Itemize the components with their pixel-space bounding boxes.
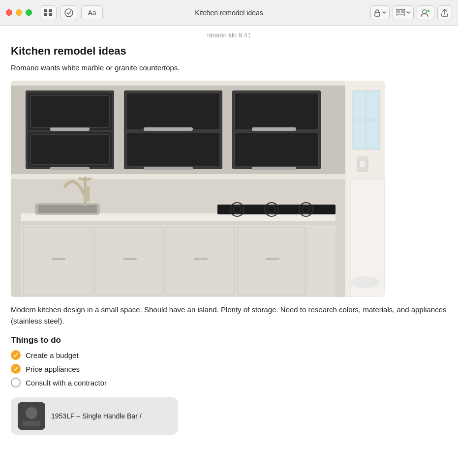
svg-rect-32 [252,167,296,170]
svg-rect-40 [52,258,65,260]
window-title: Kitchen remodel ideas [195,9,263,17]
attachment-thumbnail [18,402,45,430]
note-description: Modern kitchen design in a small space. … [11,304,447,327]
svg-rect-37 [94,227,163,295]
kitchen-image [11,81,385,297]
gallery-button[interactable] [393,5,414,20]
checklist-button[interactable] [61,5,77,20]
attachment-card[interactable]: 1953LF – Single Handle Bar / [11,397,178,435]
traffic-lights [6,9,32,16]
svg-point-10 [423,10,427,14]
svg-rect-36 [23,227,92,295]
svg-rect-0 [44,9,47,12]
svg-rect-31 [252,127,296,131]
todo-item[interactable]: Price appliances [11,364,447,374]
svg-rect-9 [397,14,404,15]
svg-rect-24 [126,93,220,130]
svg-rect-29 [235,93,318,130]
svg-rect-8 [401,10,404,13]
todo-item[interactable]: Consult with a contractor [11,378,447,387]
svg-rect-48 [87,186,90,201]
todo-item[interactable]: Create a budget [11,350,447,360]
svg-point-4 [65,9,73,17]
share-button[interactable] [437,5,452,20]
note-content: tänään klo 9.41 Kitchen remodel ideas Ro… [0,26,458,476]
todo-label-3: Consult with a contractor [26,379,107,387]
svg-rect-7 [397,10,400,13]
svg-point-57 [350,276,380,288]
svg-rect-65 [23,421,40,426]
svg-rect-20 [50,167,90,170]
svg-rect-1 [44,13,47,16]
svg-rect-2 [49,9,52,12]
svg-rect-38 [166,227,235,295]
font-button[interactable]: Aa [81,5,103,20]
svg-rect-34 [21,221,336,225]
svg-rect-62 [360,160,366,168]
todo-checkbox-1[interactable] [11,350,21,360]
svg-rect-25 [126,132,220,167]
svg-point-64 [26,407,37,419]
maximize-button[interactable] [26,9,32,16]
todo-label-1: Create a budget [26,351,79,359]
section-heading: Things to do [11,335,447,345]
minimize-button[interactable] [16,9,22,16]
lock-button[interactable] [370,5,390,20]
svg-rect-42 [194,258,208,260]
svg-rect-43 [266,258,279,260]
todo-checkbox-2[interactable] [11,364,21,374]
svg-rect-19 [50,127,90,131]
note-subtitle: Romano wants white marble or granite cou… [11,62,447,74]
todo-checkbox-3[interactable] [11,378,21,387]
svg-rect-45 [38,205,97,213]
font-label: Aa [88,9,96,17]
note-title: Kitchen remodel ideas [11,45,447,58]
grid-view-button[interactable] [40,5,57,20]
svg-rect-5 [375,12,380,16]
svg-rect-27 [144,167,193,170]
close-button[interactable] [6,9,12,16]
title-bar: Aa Kitchen remodel ideas [0,0,458,26]
note-timestamp: tänään klo 9.41 [11,31,447,39]
todo-label-2: Price appliances [26,365,80,373]
svg-rect-41 [123,258,137,260]
todo-list: Create a budget Price appliances Consult… [11,350,447,387]
toolbar-right [370,5,452,20]
attachment-label: 1953LF – Single Handle Bar / [51,412,142,420]
svg-rect-21 [31,95,109,127]
svg-rect-39 [237,227,306,295]
avatar-button[interactable] [417,5,434,20]
svg-rect-22 [31,135,109,164]
svg-rect-26 [144,127,193,131]
svg-rect-30 [235,132,318,167]
svg-rect-3 [49,13,52,16]
